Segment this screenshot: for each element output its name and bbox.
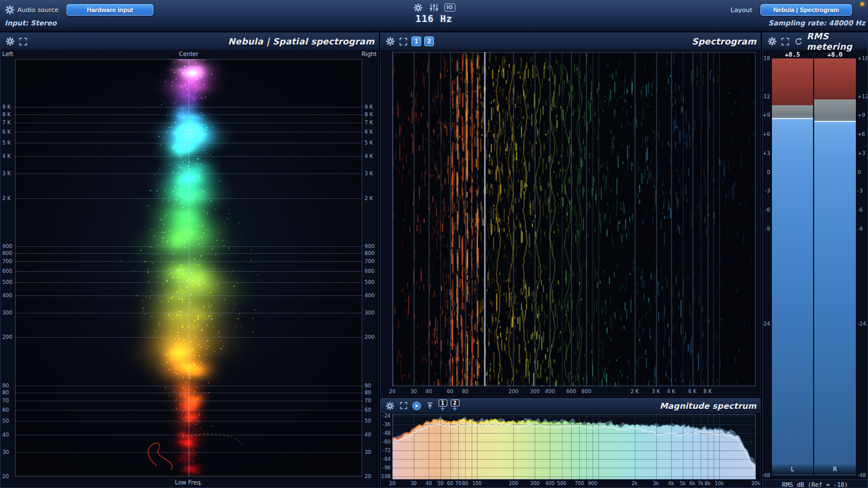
magnitude-freq-tick: 2k (631, 480, 637, 486)
magnitude-freq-tick: 4k (668, 480, 674, 486)
view-preset-button[interactable]: Nebula | Spectrogram (760, 4, 852, 16)
mixer-sliders-icon[interactable] (429, 2, 439, 13)
magnitude-db-tick: -108 (380, 474, 391, 479)
plus-icon: + (453, 406, 457, 412)
rms-scale-tick: -9 (765, 226, 770, 231)
spatial-freq-tick: 90 (365, 383, 371, 388)
magnitude-panel-title: Magnitude spectrum (660, 401, 756, 411)
peak-hold-icon[interactable] (425, 401, 435, 411)
spatial-freq-tick: 40 (365, 432, 371, 437)
spatial-freq-tick: 2 K (2, 195, 11, 201)
spectrogram-panel-header: 1 2 Spectrogram (381, 33, 760, 50)
pan-right-label: Right (362, 51, 377, 57)
rms-scale-tick: +6 (763, 132, 770, 137)
spectrogram-freq-tick: 200 (509, 389, 518, 394)
top-bar: Audio source Hardware input Input: Stere… (0, 0, 868, 32)
io-icon[interactable]: IO (444, 3, 455, 12)
magnitude-freq-tick: 300 (530, 480, 539, 486)
spectrogram-freq-tick: 600 (567, 389, 576, 394)
magnitude-freq-tick: 40 (426, 480, 432, 486)
pan-center-label: Center (15, 51, 362, 57)
audio-source-label: Audio source (17, 6, 58, 14)
spatial-spectrogram-canvas[interactable] (15, 59, 362, 476)
spectrum-1-button[interactable]: 1 + (438, 400, 447, 412)
gear-icon[interactable] (385, 36, 395, 47)
magnitude-freq-tick: 100 (472, 480, 481, 486)
rms-meter-r (814, 58, 856, 475)
spatial-freq-tick: 6 K (2, 129, 11, 134)
rms-value-line (814, 121, 856, 122)
spatial-freq-tick: 900 (2, 244, 12, 249)
fullscreen-icon[interactable] (780, 36, 790, 47)
spatial-freq-tick: 5 K (2, 140, 11, 145)
fullscreen-icon[interactable] (398, 36, 409, 47)
magnitude-db-tick: -24 (382, 413, 391, 418)
spatial-freq-tick: 4 K (365, 154, 373, 159)
spectrogram-freq-axis: 20304060802003004006008002 K3 K4 K6 K8 K (392, 387, 756, 396)
magnitude-freq-tick: 80 (462, 480, 469, 486)
analyzer-gear-icon[interactable] (413, 2, 424, 13)
spatial-freq-tick: 60 (365, 408, 371, 413)
rms-scale-tick: +3 (763, 150, 770, 156)
spatial-freq-tick: 3 K (2, 171, 11, 176)
spectrogram-freq-tick: 30 (410, 389, 417, 394)
rms-scale-tick: -48 (858, 473, 866, 478)
rms-scale-tick: +9 (763, 113, 770, 118)
spatial-panel-title: Nebula | Spatial spectrogram (228, 36, 374, 47)
spatial-freq-tick: 20 (2, 474, 9, 479)
spatial-freq-tick: 80 (2, 390, 9, 395)
spatial-freq-tick: 7 K (2, 120, 11, 125)
meter-blue-zone (814, 121, 856, 475)
spatial-panel-header: Nebula | Spatial spectrogram (1, 33, 378, 50)
spatial-freq-tick: 5 K (365, 140, 373, 145)
plus-icon: + (440, 406, 445, 412)
spatial-freq-tick: 9 K (365, 105, 373, 110)
magnitude-db-tick: -48 (382, 430, 391, 435)
fullscreen-icon[interactable] (18, 36, 28, 47)
fullscreen-icon[interactable] (398, 401, 409, 411)
spatial-freq-tick: 800 (2, 251, 12, 256)
gear-icon[interactable] (385, 401, 395, 411)
magnitude-freq-tick: 200 (509, 480, 518, 486)
rms-scale-tick: +12 (858, 94, 868, 99)
magnitude-spectrum-panel: 1 + 2 + Magnitude spectrum -24-36-48-60-… (380, 398, 761, 488)
pan-left-label: Left (2, 51, 13, 57)
magnitude-spectrum-canvas[interactable] (392, 414, 756, 479)
rms-panel-header: RMS metering (763, 33, 867, 50)
spatial-freq-tick: 70 (2, 398, 9, 404)
spectrum-2-button[interactable]: 2 + (450, 400, 459, 412)
spectrogram-freq-tick: 800 (582, 389, 591, 394)
rms-scale-tick: -3 (858, 188, 863, 194)
gear-icon[interactable] (5, 36, 15, 47)
magnitude-freq-tick: 8k (705, 480, 711, 486)
magnitude-freq-tick: 20k (751, 480, 760, 486)
rms-scale-tick: 0 (858, 169, 861, 175)
layer-1-button[interactable]: 1 (411, 36, 421, 46)
meter-red-zone (814, 58, 856, 99)
magnitude-panel-header: 1 + 2 + Magnitude spectrum (381, 398, 760, 413)
settings-gear-icon[interactable] (5, 5, 15, 15)
hardware-input-button[interactable]: Hardware input (67, 4, 153, 16)
spectrogram-freq-tick: 20 (389, 389, 395, 394)
rms-scale-tick: -6 (765, 208, 770, 213)
magnitude-db-axis: -24-36-48-60-72-84-96-108 (381, 414, 392, 479)
magnitude-freq-tick: 10k (715, 480, 724, 486)
spatial-freq-tick: 800 (365, 251, 374, 256)
layout-menu-label[interactable]: Layout (731, 6, 752, 14)
magnitude-db-tick: -60 (382, 439, 391, 444)
magnitude-freq-tick: 900 (588, 480, 597, 486)
spectrogram-canvas[interactable] (392, 52, 756, 386)
rms-scale-tick: -6 (858, 208, 863, 213)
live-play-icon[interactable] (411, 401, 422, 411)
spectrogram-panel: 1 2 Spectrogram 203040608020030040060080… (380, 32, 761, 397)
rms-scale-tick: +3 (858, 150, 865, 156)
spatial-freq-tick: 400 (2, 293, 12, 298)
meter-gray-zone (814, 99, 856, 122)
spatial-freq-tick: 6 K (365, 129, 373, 134)
spatial-freq-tick: 7 K (365, 120, 373, 125)
gear-icon[interactable] (767, 36, 777, 47)
meter-gray-zone (772, 105, 813, 119)
refresh-icon[interactable] (793, 36, 804, 47)
rms-scale-tick: -24 (762, 321, 770, 326)
layer-2-button[interactable]: 2 (424, 36, 434, 46)
